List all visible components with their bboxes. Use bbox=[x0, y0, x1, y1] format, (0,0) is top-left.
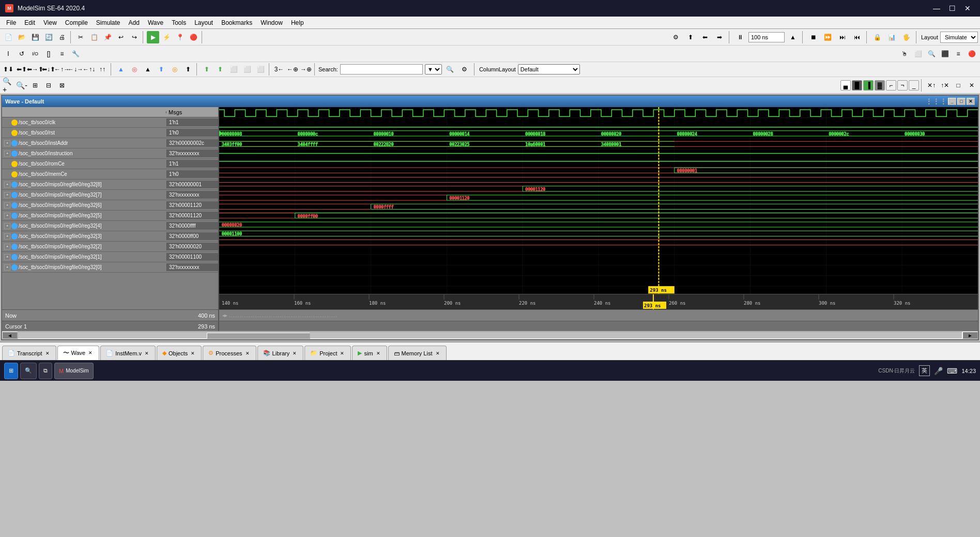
time-input[interactable]: 100 ns bbox=[748, 32, 785, 42]
wave-min-btn[interactable]: _ bbox=[948, 98, 956, 105]
wave-color2[interactable]: ◎ bbox=[128, 63, 141, 76]
wave-tb7[interactable]: ←↑↓ bbox=[83, 63, 95, 76]
menu-edit[interactable]: Edit bbox=[20, 18, 39, 27]
cut-button[interactable]: ✂ bbox=[74, 31, 87, 43]
tab-wave-close[interactable]: ✕ bbox=[87, 350, 94, 356]
tb2-3[interactable]: I/O bbox=[29, 48, 41, 60]
sim-ctrl8[interactable]: ⏭ bbox=[836, 31, 849, 43]
scroll-track[interactable] bbox=[18, 332, 962, 339]
save-button[interactable]: 💾 bbox=[29, 31, 41, 43]
wave-close-btn[interactable]: ✕ bbox=[967, 98, 975, 105]
tab-library-close[interactable]: ✕ bbox=[292, 350, 298, 356]
signal-row-reg32_7[interactable]: + /soc_tb/soc0/mips0/regfile0/reg32[7] 3… bbox=[2, 190, 218, 200]
waveform-signals[interactable]: 00000008 0000000c 00000010 00000014 0000… bbox=[219, 107, 978, 294]
search-type-select[interactable]: ▼ bbox=[425, 64, 442, 74]
wave-color3[interactable]: ▲ bbox=[142, 63, 154, 76]
sim-ctrl9[interactable]: ⏮ bbox=[851, 31, 863, 43]
wave-fmt3[interactable]: →⊕ bbox=[300, 63, 312, 76]
menu-file[interactable]: File bbox=[2, 18, 20, 27]
wave-tb8[interactable]: ↑↑ bbox=[96, 63, 109, 76]
tab-transcript[interactable]: 📄 Transcript ✕ bbox=[2, 346, 56, 360]
expand-reg32_5[interactable]: + bbox=[4, 213, 10, 219]
taskbar-taskview[interactable]: ⧉ bbox=[39, 363, 52, 379]
tb2-4[interactable]: [] bbox=[42, 48, 55, 60]
print-button[interactable]: 🖨 bbox=[56, 31, 68, 43]
signal-row-instAddr[interactable]: + /soc_tb/soc0/instAddr 32'h00000002c bbox=[2, 138, 218, 148]
wave-disp2[interactable]: ⬆ bbox=[214, 63, 226, 76]
tab-wave[interactable]: 〜 Wave ✕ bbox=[57, 346, 100, 360]
sim-ctrl3[interactable]: ⬅ bbox=[699, 31, 711, 43]
maximize-button[interactable]: ☐ bbox=[945, 1, 959, 16]
refresh-button[interactable]: 🔄 bbox=[42, 31, 55, 43]
sim-ctrl5[interactable]: ⏸ bbox=[734, 31, 746, 43]
taskbar-start[interactable]: ⊞ bbox=[4, 363, 18, 379]
run-button[interactable]: ▶ bbox=[147, 31, 159, 43]
minimize-button[interactable]: — bbox=[929, 1, 944, 16]
wave-tb4[interactable]: ⬅↓⬆ bbox=[42, 63, 55, 76]
wave-disp3[interactable]: ⬜ bbox=[227, 63, 240, 76]
copy-button[interactable]: 📋 bbox=[88, 31, 100, 43]
sim-ctrl7[interactable]: ⏩ bbox=[822, 31, 834, 43]
paste-button[interactable]: 📌 bbox=[101, 31, 114, 43]
wave-max-btn[interactable]: □ bbox=[957, 98, 966, 105]
search-go[interactable]: 🔍 bbox=[444, 63, 456, 76]
sim-btn2[interactable]: ⚡ bbox=[160, 31, 173, 43]
taskbar-keyboard[interactable]: ⌨ bbox=[947, 367, 957, 375]
wave-tb2[interactable]: ⬅⬆ bbox=[16, 63, 28, 76]
zoom-cursor[interactable]: ⊟ bbox=[42, 79, 55, 92]
close-button[interactable]: ✕ bbox=[960, 1, 975, 16]
tab-objects-close[interactable]: ✕ bbox=[190, 350, 196, 356]
tab-library[interactable]: 📚 Library ✕ bbox=[257, 346, 304, 360]
tab-project-close[interactable]: ✕ bbox=[339, 350, 345, 356]
tb2-r1[interactable]: 🖱 bbox=[898, 48, 911, 60]
tb2-5[interactable]: ≡ bbox=[56, 48, 68, 60]
expand-reg32_2[interactable]: + bbox=[4, 244, 10, 250]
zoom-out[interactable]: 🔍- bbox=[16, 79, 28, 92]
wave-disp-btn2[interactable]: █ bbox=[852, 80, 862, 91]
signal-row-memCe[interactable]: /soc_tb/soc0/memCe 1'h0 bbox=[2, 169, 218, 180]
signal-row-reg32_3[interactable]: + /soc_tb/soc0/mips0/regfile0/reg32[3] 3… bbox=[2, 231, 218, 242]
redo-button[interactable]: ↪ bbox=[128, 31, 141, 43]
layout-select[interactable]: Simulate Default bbox=[940, 32, 978, 43]
time-up[interactable]: ▲ bbox=[787, 31, 799, 43]
taskbar-modelsim[interactable]: M ModelSim bbox=[54, 363, 94, 379]
menu-wave[interactable]: Wave bbox=[144, 18, 167, 27]
new-button[interactable]: 📄 bbox=[2, 31, 14, 43]
search-input[interactable] bbox=[340, 64, 423, 74]
menu-help[interactable]: Help bbox=[287, 18, 308, 27]
tb2-r2[interactable]: ⬜ bbox=[912, 48, 924, 60]
tab-instmem[interactable]: 📄 InstMem.v ✕ bbox=[100, 346, 156, 360]
sim-ctrl10[interactable]: 🔒 bbox=[871, 31, 884, 43]
wave-disp-btn1[interactable]: ▄ bbox=[840, 80, 851, 91]
undo-button[interactable]: ↩ bbox=[115, 31, 127, 43]
signal-row-reg32_2[interactable]: + /soc_tb/soc0/mips0/regfile0/reg32[2] 3… bbox=[2, 242, 218, 252]
sim-ctrl12[interactable]: 🖐 bbox=[900, 31, 913, 43]
signal-row-rst[interactable]: /soc_tb/soc0/rst 1'h0 bbox=[2, 128, 218, 138]
tab-processes-close[interactable]: ✕ bbox=[244, 350, 251, 356]
taskbar-lang[interactable]: 英 bbox=[919, 365, 930, 376]
expand-reg32_4[interactable]: + bbox=[4, 223, 10, 229]
signal-row-romCe[interactable]: /soc_tb/soc0/romCe 1'h1 bbox=[2, 159, 218, 169]
expand-reg32_0[interactable]: + bbox=[4, 264, 10, 271]
wave-disp4[interactable]: ⬜ bbox=[241, 63, 253, 76]
tab-sim[interactable]: ▶ sim ✕ bbox=[352, 346, 387, 360]
wave-cursor4[interactable]: ✕ bbox=[966, 79, 978, 92]
wave-disp-btn3[interactable]: ▐ bbox=[863, 80, 874, 91]
wave-cursor2[interactable]: ↑✕ bbox=[939, 79, 951, 92]
signal-row-reg32_6[interactable]: + /soc_tb/soc0/mips0/regfile0/reg32[6] 3… bbox=[2, 200, 218, 211]
step-button[interactable]: 📍 bbox=[174, 31, 186, 43]
wave-tb5[interactable]: ←↑→ bbox=[56, 63, 68, 76]
wave-fmt1[interactable]: 3← bbox=[273, 63, 285, 76]
menu-simulate[interactable]: Simulate bbox=[92, 18, 125, 27]
menu-bookmarks[interactable]: Bookmarks bbox=[217, 18, 256, 27]
tab-objects[interactable]: ◆ Objects ✕ bbox=[157, 346, 202, 360]
wave-tb1[interactable]: ⬆⬇ bbox=[2, 63, 14, 76]
wave-zoom2[interactable]: ◎ bbox=[169, 63, 181, 76]
signal-row-reg32_8[interactable]: + /soc_tb/soc0/mips0/regfile0/reg32[8] 3… bbox=[2, 180, 218, 190]
expand-reg32_1[interactable]: + bbox=[4, 254, 10, 260]
sim-ctrl1[interactable]: ⚙ bbox=[670, 31, 682, 43]
signal-row-reg32_5[interactable]: + /soc_tb/soc0/mips0/regfile0/reg32[5] 3… bbox=[2, 211, 218, 221]
tab-project[interactable]: 📁 Project ✕ bbox=[304, 346, 351, 360]
wave-tb3[interactable]: ⬅→⬆ bbox=[29, 63, 41, 76]
tb2-r5[interactable]: ≡ bbox=[952, 48, 964, 60]
